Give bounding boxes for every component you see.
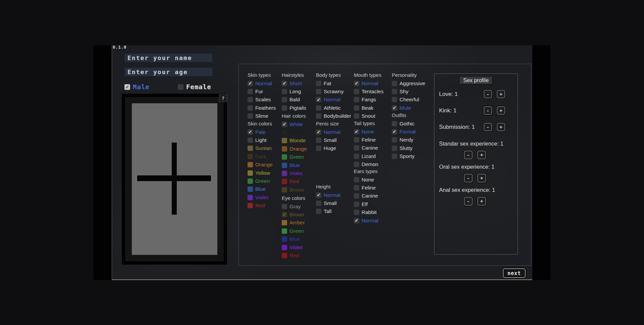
checkbox-body-types-athletic[interactable]: Athletic (316, 104, 351, 112)
decrease-kink-button[interactable]: - (484, 106, 492, 115)
male-checkbox-checked[interactable] (124, 84, 130, 90)
checkbox-unchecked[interactable] (248, 113, 253, 119)
checkbox-unchecked[interactable] (282, 187, 287, 193)
checkbox-eye-colors-gray[interactable]: Gray (282, 202, 305, 210)
checkbox-unchecked[interactable] (316, 113, 321, 119)
checkbox-skin-colors-green[interactable]: Green (248, 177, 273, 185)
checkbox-checked[interactable]: ✓ (392, 129, 397, 134)
checkbox-personality-mute[interactable]: ✓Mute (392, 104, 425, 112)
checkbox-skin-colors-dark[interactable]: Dark (248, 153, 273, 161)
checkbox-outfits-slutty[interactable]: Slutty (392, 144, 416, 152)
increase-anal-sex-experience-button[interactable]: + (477, 197, 486, 206)
checkbox-checked[interactable]: ✓ (282, 81, 287, 86)
checkbox-mouth-types-snout[interactable]: Snout (354, 112, 383, 120)
checkbox-unchecked[interactable] (282, 204, 287, 209)
checkbox-unchecked[interactable] (248, 162, 253, 167)
checkbox-ears-types-none[interactable]: None (354, 175, 378, 183)
checkbox-height-tall[interactable]: Tall (316, 207, 340, 215)
checkbox-eye-colors-green[interactable]: Green (282, 227, 305, 235)
checkbox-unchecked[interactable] (354, 193, 359, 199)
checkbox-checked[interactable]: ✓ (282, 122, 287, 127)
checkbox-outfits-nerdy[interactable]: Nerdy (392, 136, 416, 144)
checkbox-unchecked[interactable] (392, 137, 397, 143)
checkbox-skin-colors-violet[interactable]: Violet (248, 194, 273, 202)
checkbox-skin-colors-orange[interactable]: Orange (248, 161, 273, 169)
checkbox-body-types-bodybuilder[interactable]: Bodybuilder (316, 112, 351, 120)
checkbox-unchecked[interactable] (248, 170, 253, 176)
checkbox-hair-colors-orange[interactable]: Orange (282, 145, 307, 153)
checkbox-outfits-sporty[interactable]: Sporty (392, 152, 416, 160)
checkbox-body-types-fat[interactable]: Fat (316, 79, 351, 87)
checkbox-skin-types-scales[interactable]: Scales (248, 96, 276, 104)
increase-oral-sex-experience-button[interactable]: + (477, 174, 486, 182)
checkbox-tail-types-none[interactable]: ✓None (354, 127, 378, 136)
help-button[interactable]: ? (219, 94, 227, 102)
checkbox-unchecked[interactable] (354, 202, 359, 207)
checkbox-unchecked[interactable] (282, 163, 287, 168)
checkbox-unchecked[interactable] (282, 179, 287, 184)
checkbox-hair-colors-red[interactable]: Red (282, 177, 307, 185)
checkbox-skin-colors-light[interactable]: Light (248, 136, 273, 144)
checkbox-unchecked[interactable] (354, 113, 359, 119)
checkbox-unchecked[interactable] (316, 146, 321, 151)
checkbox-hairstyles-bald[interactable]: Bald (282, 96, 306, 104)
checkbox-unchecked[interactable] (354, 105, 359, 111)
checkbox-unchecked[interactable] (282, 89, 287, 94)
checkbox-ears-types-feline[interactable]: Feline (354, 184, 378, 192)
checkbox-unchecked[interactable] (354, 177, 359, 182)
checkbox-hair-colors-violet[interactable]: Violet (282, 169, 307, 177)
checkbox-skin-colors-blue[interactable]: Blue (248, 185, 273, 193)
checkbox-hairstyles-long[interactable]: Long (282, 88, 306, 96)
checkbox-skin-colors-yellow[interactable]: Yellow (248, 169, 273, 177)
name-input[interactable] (124, 53, 213, 62)
checkbox-unchecked[interactable] (282, 253, 287, 258)
age-input[interactable] (124, 67, 213, 76)
checkbox-outfits-formal[interactable]: ✓Formal (392, 128, 416, 136)
checkbox-unchecked[interactable] (354, 89, 359, 94)
checkbox-tail-types-lizard[interactable]: Lizard (354, 152, 378, 160)
checkbox-unchecked[interactable] (248, 138, 253, 143)
checkbox-unchecked[interactable] (316, 209, 321, 214)
checkbox-mouth-types-normal[interactable]: ✓Normal (354, 79, 383, 87)
checkbox-unchecked[interactable] (392, 146, 397, 151)
checkbox-eye-colors-brown[interactable]: ✓Brown (282, 211, 305, 219)
checkbox-checked[interactable]: ✓ (282, 212, 287, 217)
checkbox-eye-colors-blue[interactable]: Blue (282, 235, 305, 243)
checkbox-unchecked[interactable] (282, 154, 287, 160)
checkbox-mouth-types-tentacles[interactable]: Tentacles (354, 88, 383, 96)
checkbox-height-small[interactable]: Small (316, 199, 340, 207)
checkbox-unchecked[interactable] (316, 89, 321, 94)
increase-kink-button[interactable]: + (497, 106, 505, 115)
female-checkbox-unchecked[interactable] (178, 84, 183, 90)
checkbox-penis-size-normal[interactable]: ✓Normal (316, 128, 340, 136)
checkbox-outfits-gothic[interactable]: Gothic (392, 119, 416, 127)
checkbox-checked[interactable]: ✓ (316, 193, 321, 198)
checkbox-unchecked[interactable] (354, 145, 359, 151)
checkbox-hairstyles-short[interactable]: ✓Short (282, 79, 306, 87)
checkbox-unchecked[interactable] (392, 89, 397, 94)
checkbox-unchecked[interactable] (316, 201, 321, 206)
checkbox-unchecked[interactable] (392, 121, 397, 126)
checkbox-hair-colors-black[interactable]: Black (282, 128, 307, 137)
checkbox-unchecked[interactable] (282, 146, 287, 152)
checkbox-mouth-types-beak[interactable]: Beak (354, 104, 383, 112)
checkbox-checked[interactable]: ✓ (316, 129, 321, 135)
decrease-oral-sex-experience-button[interactable]: - (464, 174, 473, 182)
checkbox-unchecked[interactable] (392, 97, 397, 102)
checkbox-checked[interactable]: ✓ (354, 129, 359, 134)
checkbox-skin-colors-red[interactable]: Red (248, 202, 273, 210)
next-button[interactable]: next (503, 268, 526, 278)
checkbox-unchecked[interactable] (282, 130, 287, 135)
checkbox-hair-colors-green[interactable]: Green (282, 153, 307, 161)
checkbox-skin-types-slime[interactable]: Slime (248, 112, 276, 120)
checkbox-skin-types-normal[interactable]: ✓Normal (248, 79, 276, 87)
checkbox-unchecked[interactable] (354, 154, 359, 159)
checkbox-unchecked[interactable] (248, 186, 253, 192)
checkbox-unchecked[interactable] (282, 171, 287, 176)
checkbox-height-normal[interactable]: ✓Normal (316, 191, 340, 199)
checkbox-eye-colors-red[interactable]: Red (282, 252, 305, 260)
checkbox-personality-aggressive[interactable]: Aggressive (392, 79, 425, 87)
increase-submission-button[interactable]: + (497, 123, 505, 131)
checkbox-unchecked[interactable] (282, 105, 287, 111)
decrease-submission-button[interactable]: - (484, 123, 492, 131)
